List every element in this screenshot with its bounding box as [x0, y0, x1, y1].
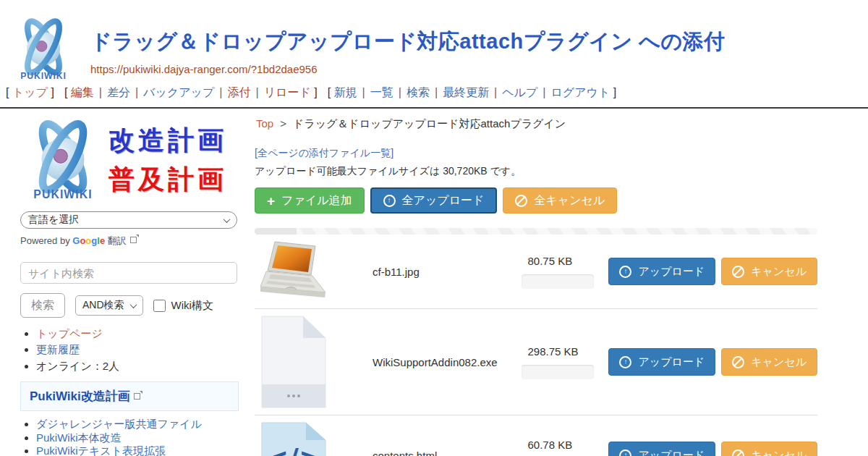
progress-bar [522, 365, 594, 379]
cancel-all-label: 全キャンセル [534, 193, 605, 208]
file-size: 80.75 KB [527, 255, 594, 267]
file-actions: ↑アップロードキャンセル [608, 258, 817, 285]
nav-group-2: [ 新規|一覧|検索|最終更新|ヘルプ|ログアウト ] [328, 86, 617, 98]
page-header: PUKIWIKI ドラッグ＆ドロップアップロード対応attachプラグイン への… [0, 13, 868, 82]
google-translate-credit: Powered by Google 翻訳 [20, 235, 239, 248]
sidebar-link[interactable]: ダジャレンジャー版共通ファイル [36, 418, 202, 430]
nav-link-1-2[interactable]: バックアップ [143, 86, 214, 98]
wiki-syntax-checkbox[interactable] [153, 300, 166, 312]
language-select[interactable]: 言語を選択 [20, 211, 237, 229]
cancel-label: キャンセル [751, 265, 807, 279]
sidebar-link[interactable]: 更新履歴 [36, 343, 80, 355]
nav-group-0: [ トップ ] [6, 86, 54, 98]
upload-button[interactable]: ↑アップロード [608, 442, 715, 456]
list-item: トップページ [36, 326, 239, 341]
nav-link-2-2[interactable]: 検索 [407, 86, 430, 98]
language-select-value: 言語を選択 [28, 214, 79, 227]
section-title-text: PukiWiki改造計画 [30, 389, 130, 403]
cancel-label: キャンセル [751, 449, 807, 456]
navbar: [ トップ ][ 編集|差分|バックアップ|添付|リロード ][ 新規|一覧|検… [0, 82, 868, 109]
nav-link-2-5[interactable]: ログアウト [550, 86, 610, 98]
sidebar-list-plugins: ダジャレンジャー版共通ファイルPukiWiki本体改造PukiWikiテキスト表… [20, 418, 239, 456]
upload-label: アップロード [638, 355, 705, 369]
all-attachments-link[interactable]: [全ページの添付ファイル一覧] [255, 147, 393, 160]
cancel-button[interactable]: キャンセル [721, 348, 817, 376]
cancel-button[interactable]: キャンセル [721, 258, 817, 285]
file-name: cf-b11.jpg [333, 266, 522, 278]
nav-link-0-0[interactable]: トップ [12, 86, 48, 98]
nav-link-1-3[interactable]: 添付 [228, 86, 251, 98]
upload-label: アップロード [638, 449, 705, 456]
nav-link-2-3[interactable]: 最終更新 [443, 86, 489, 98]
file-actions: ↑アップロードキャンセル [608, 442, 817, 456]
page-url-link[interactable]: https://pukiwiki.dajya-ranger.com/?1bd2d… [90, 63, 318, 75]
sidebar-link[interactable]: PukiWikiテキスト表現拡張 [36, 444, 166, 456]
svg-text:</>: </> [265, 442, 322, 456]
sidebar-link[interactable]: トップページ [36, 327, 103, 339]
brand-text: PUKIWIKI [33, 188, 92, 200]
upload-toolbar: + ファイル追加 ↑ 全アップロード 全キャンセル [255, 187, 817, 214]
external-link-icon [130, 237, 137, 243]
file-row: WikiSupportAddin082.exe298.75 KB↑アップロードキ… [255, 308, 817, 415]
page-title: ドラッグ＆ドロップアップロード対応attachプラグイン への添付 [90, 28, 868, 56]
pukiwiki-logo[interactable]: PUKIWIKI [9, 16, 78, 85]
logo-line2: 普及計画 [109, 160, 227, 199]
site-search-input[interactable] [20, 262, 237, 284]
search-mode-select[interactable]: AND検索 [75, 295, 143, 316]
sidebar-logo[interactable]: PUKIWIKI 改造計画 普及計画 [20, 117, 239, 203]
nav-link-2-0[interactable]: 新規 [334, 86, 357, 98]
upload-label: アップロード [638, 265, 705, 279]
ban-icon [732, 356, 744, 368]
list-item: 更新履歴 [36, 342, 239, 357]
chevron-down-icon [224, 216, 231, 223]
nav-link-1-4[interactable]: リロード [264, 86, 311, 98]
chevron-down-icon [129, 301, 137, 308]
upload-button[interactable]: ↑アップロード [608, 258, 715, 285]
powered-by-text: Powered by [20, 235, 70, 246]
sidebar-link[interactable]: PukiWiki本体改造 [36, 431, 122, 444]
nav-group-1: [ 編集|差分|バックアップ|添付|リロード ] [64, 86, 318, 98]
nav-link-2-1[interactable]: 一覧 [370, 86, 393, 98]
upload-all-button[interactable]: ↑ 全アップロード [370, 187, 498, 214]
list-item: オンライン：2人 [36, 358, 239, 373]
upload-circle-icon: ↑ [619, 356, 631, 368]
wiki-syntax-option: Wiki構文 [153, 299, 213, 313]
file-size: 298.75 KB [527, 345, 594, 358]
breadcrumb: Top>ドラッグ＆ドロップアップロード対応attachプラグイン [255, 117, 817, 131]
add-file-button[interactable]: + ファイル追加 [255, 187, 365, 214]
file-progress-group: 80.75 KB [522, 255, 594, 289]
main-content: Top>ドラッグ＆ドロップアップロード対応attachプラグイン [全ページの添… [250, 109, 868, 456]
nav-link-1-0[interactable]: 編集 [71, 86, 94, 98]
ban-icon [515, 195, 527, 207]
file-name: contents.html [333, 449, 522, 456]
cancel-button[interactable]: キャンセル [721, 442, 817, 456]
breadcrumb-top-link[interactable]: Top [256, 117, 273, 130]
ban-icon [732, 266, 744, 278]
sidebar-section-title[interactable]: PukiWiki改造計画 [20, 381, 239, 411]
total-progress-fill [255, 228, 297, 235]
nav-link-1-1[interactable]: 差分 [107, 86, 130, 98]
list-item: PukiWiki本体改造 [36, 432, 239, 444]
upload-circle-icon: ↑ [383, 195, 396, 207]
file-name: WikiSupportAddin082.exe [333, 356, 522, 368]
translate-text: 翻訳 [108, 235, 127, 246]
cancel-all-button[interactable]: 全キャンセル [503, 187, 617, 214]
plus-icon: + [267, 194, 275, 208]
cancel-label: キャンセル [751, 355, 807, 369]
list-item: ダジャレンジャー版共通ファイル [36, 418, 239, 431]
google-logo: Google [72, 235, 105, 246]
file-progress-group: 298.75 KB [522, 345, 594, 379]
brand-text: PUKIWIKI [20, 71, 66, 81]
wiki-syntax-label: Wiki構文 [171, 299, 213, 313]
total-progress-bar [255, 228, 817, 235]
ban-icon [732, 449, 744, 456]
nav-link-2-4[interactable]: ヘルプ [502, 86, 537, 98]
upload-button[interactable]: ↑アップロード [608, 348, 715, 376]
max-size-text: アップロード可能最大ファイルサイズは 30,720KB です。 [255, 165, 817, 178]
search-mode-value: AND検索 [82, 299, 124, 312]
list-item: PukiWikiテキスト表現拡張 [36, 445, 239, 456]
external-link-icon [134, 393, 140, 400]
file-row: cf-b11.jpg80.75 KB↑アップロードキャンセル [255, 235, 817, 308]
search-button[interactable]: 検索 [20, 293, 65, 318]
html-file-icon: </> [255, 422, 333, 456]
